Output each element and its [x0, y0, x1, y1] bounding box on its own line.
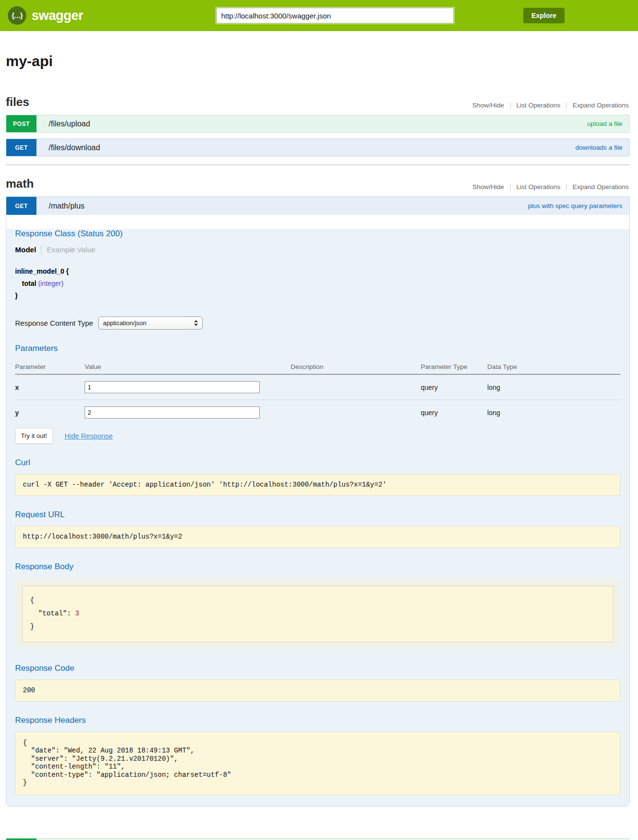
tab-model[interactable]: Model	[15, 245, 41, 255]
list-operations-link[interactable]: List Operations	[510, 184, 567, 191]
parameter-type: query	[421, 400, 487, 425]
response-class-heading: Response Class (Status 200)	[15, 229, 620, 239]
operation-row-get-files-download[interactable]: GET /files/download downloads a file	[6, 139, 630, 157]
show-hide-link[interactable]: Show/Hide	[466, 184, 510, 191]
response-headers-json: { "date": "Wed, 22 Aug 2018 18:49:13 GMT…	[15, 732, 620, 795]
parameter-row-y: y query long	[15, 400, 620, 425]
page-title: my-api	[6, 53, 630, 70]
response-code-heading: Response Code	[15, 664, 620, 673]
operation-path-link[interactable]: /math/plus	[36, 197, 521, 215]
response-headers-heading: Response Headers	[15, 716, 620, 725]
request-url-heading: Request URL	[15, 510, 620, 520]
method-badge-get: GET	[6, 139, 36, 156]
curl-heading: Curl	[15, 458, 620, 468]
model-signature-open: inline_model_0 {	[15, 267, 620, 276]
section-math: math Show/Hide List Operations Expand Op…	[6, 177, 630, 840]
model-property-type: (integer)	[38, 280, 63, 287]
parameter-type: query	[421, 374, 487, 400]
tab-example-value[interactable]: Example Value	[41, 245, 95, 255]
model-signature-close: }	[15, 291, 620, 300]
parameters-heading: Parameters	[15, 344, 620, 353]
request-url-value: http://localhost:3000/math/plus?x=1&y=2	[15, 526, 620, 548]
column-header-parameter: Parameter	[15, 359, 85, 374]
column-header-data-type: Data Type	[487, 359, 620, 374]
section-math-controls: Show/Hide List Operations Expand Operati…	[466, 184, 630, 191]
page-body: my-api files Show/Hide List Operations E…	[0, 53, 638, 840]
response-content-type-select[interactable]: application/json	[98, 316, 203, 330]
column-header-value: Value	[85, 359, 290, 374]
model-tabs: Model Example Value	[15, 245, 620, 255]
response-content-type-label: Response Content Type	[15, 319, 93, 327]
response-content-type-row: Response Content Type application/json	[15, 316, 620, 330]
method-badge-post: POST	[6, 839, 36, 840]
parameter-x-input[interactable]	[85, 381, 260, 393]
method-badge-get: GET	[6, 197, 36, 215]
swagger-logo-icon: {…}	[8, 6, 26, 25]
explore-button[interactable]: Explore	[523, 8, 565, 23]
parameter-data-type: long	[487, 400, 620, 425]
parameter-name: y	[15, 400, 85, 425]
parameter-data-type: long	[487, 374, 620, 400]
try-it-out-row: Try it out! Hide Response	[15, 428, 620, 444]
operation-path-link[interactable]: /files/upload	[36, 115, 580, 132]
operation-summary-link[interactable]: plus with spec query parameters	[521, 197, 629, 215]
operation-summary-link[interactable]: downloads a file	[568, 139, 629, 156]
section-math-name: math	[6, 177, 34, 191]
method-badge-post: POST	[6, 115, 36, 132]
swagger-logo-text: swagger	[32, 8, 83, 23]
parameter-description	[290, 374, 421, 400]
header-bar: {…} swagger Explore	[0, 0, 638, 31]
column-header-parameter-type: Parameter Type	[421, 359, 487, 374]
show-hide-link[interactable]: Show/Hide	[466, 102, 510, 109]
parameter-description	[290, 400, 421, 425]
operation-row-post-math-plus[interactable]: POST /math/plus plus with spec body para…	[6, 838, 630, 840]
section-files-name: files	[6, 95, 29, 109]
operation-path-link[interactable]: /files/download	[36, 139, 568, 156]
operation-row-post-files-upload[interactable]: POST /files/upload upload a file	[6, 115, 630, 133]
expand-operations-link[interactable]: Expand Operations	[566, 102, 630, 109]
expanded-operation-get-math-plus: GET /math/plus plus with spec query para…	[6, 196, 630, 806]
parameter-row-x: x query long	[15, 374, 620, 400]
hide-response-link[interactable]: Hide Response	[65, 432, 113, 440]
try-it-out-button[interactable]: Try it out!	[15, 428, 53, 444]
response-body-container: { "total": 3 }	[15, 578, 620, 649]
expand-operations-link[interactable]: Expand Operations	[566, 184, 630, 191]
operation-detail-panel: Response Class (Status 200) Model Exampl…	[6, 229, 629, 806]
operation-row-get-math-plus[interactable]: GET /math/plus plus with spec query para…	[6, 197, 629, 215]
json-key: "total"	[38, 610, 67, 617]
operation-summary-link[interactable]: plus with spec body parameters	[523, 839, 629, 840]
response-body-heading: Response Body	[15, 562, 620, 572]
response-code-value: 200	[15, 680, 620, 701]
model-property: total (integer)	[15, 279, 620, 288]
operation-summary-link[interactable]: upload a file	[580, 115, 629, 132]
section-files-controls: Show/Hide List Operations Expand Operati…	[466, 102, 630, 109]
model-property-name: total	[22, 280, 36, 287]
spec-url-input[interactable]	[216, 8, 454, 23]
operation-path-link[interactable]: /math/plus	[36, 839, 523, 840]
response-body-json: { "total": 3 }	[22, 586, 613, 642]
select-arrows-icon	[194, 320, 198, 326]
parameter-y-input[interactable]	[85, 406, 260, 419]
list-operations-link[interactable]: List Operations	[510, 102, 567, 109]
parameter-name: x	[15, 374, 85, 400]
selected-content-type: application/json	[103, 319, 194, 327]
swagger-logo[interactable]: {…} swagger	[8, 6, 83, 25]
parameters-table: Parameter Value Description Parameter Ty…	[15, 359, 620, 425]
json-number-value: 3	[75, 610, 79, 617]
section-divider	[6, 164, 630, 165]
column-header-description: Description	[290, 359, 421, 374]
model-signature: inline_model_0 { total (integer) }	[15, 267, 620, 300]
curl-command: curl -X GET --header 'Accept: applicatio…	[15, 474, 620, 496]
section-files: files Show/Hide List Operations Expand O…	[6, 95, 630, 157]
